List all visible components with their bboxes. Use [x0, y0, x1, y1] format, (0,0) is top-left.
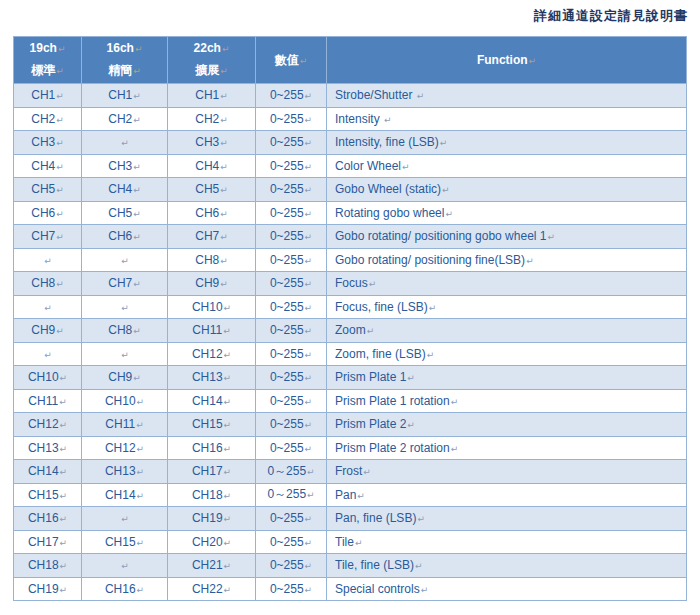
return-mark-icon: ↵: [305, 303, 313, 313]
table-row: CH15↵CH14↵CH18↵0～255↵Pan↵: [14, 483, 687, 507]
return-mark-icon: ↵: [440, 138, 448, 148]
header-line: 擴展↵: [168, 60, 255, 82]
return-mark-icon: ↵: [56, 185, 64, 195]
cell-text: CH14: [105, 488, 136, 502]
cell-value: 0~255↵: [256, 248, 327, 272]
return-mark-icon: ↵: [369, 279, 377, 289]
cell-text: 0~255: [270, 253, 304, 267]
return-mark-icon: ↵: [305, 397, 313, 407]
cell-function: Pan↵: [327, 483, 687, 507]
cell-text: 0~255: [270, 206, 304, 220]
header-cell-22ch: 22ch↵ 擴展↵: [168, 37, 256, 84]
cell-text: CH20: [192, 535, 223, 549]
cell-ch16: CH15↵: [82, 530, 168, 554]
return-mark-icon: ↵: [526, 256, 534, 266]
return-mark-icon: ↵: [60, 585, 68, 595]
return-mark-icon: ↵: [305, 585, 313, 595]
cell-text: Pan, fine (LSB): [335, 511, 416, 525]
document-page: 詳細通道設定請見說明書 19ch↵ 標準↵ 16ch↵ 精簡↵ 22ch↵: [0, 0, 700, 615]
cell-text: 0~255: [270, 88, 304, 102]
cell-text: CH1: [108, 88, 132, 102]
cell-ch22: CH7↵: [168, 225, 256, 249]
cell-text: CH11: [105, 417, 135, 431]
doc-note: 詳細通道設定請見說明書: [534, 7, 688, 25]
cell-text: CH6: [195, 206, 219, 220]
cell-function: Pan, fine (LSB)↵: [327, 507, 687, 531]
cell-text: CH16: [192, 441, 223, 455]
return-mark-icon: ↵: [429, 303, 437, 313]
cell-text: CH18: [28, 558, 59, 572]
cell-text: 0～255: [267, 487, 306, 501]
cell-ch16: CH10↵: [82, 389, 168, 413]
cell-text: CH2: [31, 112, 55, 126]
cell-ch16: CH4↵: [82, 178, 168, 202]
cell-value: 0~255↵: [256, 507, 327, 531]
cell-text: CH15: [192, 417, 223, 431]
return-mark-icon: ↵: [224, 373, 232, 383]
cell-ch19: ↵: [14, 295, 82, 319]
cell-ch16: CH8↵: [82, 319, 168, 343]
cell-ch19: CH2↵: [14, 107, 82, 131]
return-mark-icon: ↵: [305, 138, 313, 148]
cell-text: Strobe/Shutter: [335, 88, 416, 102]
cell-value: 0~255↵: [256, 366, 327, 390]
cell-text: CH10: [192, 300, 223, 314]
cell-text: CH15: [105, 535, 136, 549]
return-mark-icon: ↵: [60, 373, 68, 383]
return-mark-icon: ↵: [121, 514, 129, 524]
cell-text: CH13: [105, 464, 136, 478]
return-mark-icon: ↵: [133, 91, 141, 101]
cell-text: CH13: [28, 441, 59, 455]
return-mark-icon: ↵: [305, 279, 313, 289]
cell-text: CH19: [28, 582, 59, 596]
cell-function: Zoom, fine (LSB)↵: [327, 342, 687, 366]
cell-text: 0~255: [270, 511, 304, 525]
cell-ch22: CH19↵: [168, 507, 256, 531]
cell-text: CH13: [192, 370, 223, 384]
return-mark-icon: ↵: [367, 326, 375, 336]
cell-value: 0~255↵: [256, 107, 327, 131]
return-mark-icon: ↵: [357, 491, 365, 501]
return-mark-icon: ↵: [305, 91, 313, 101]
cell-function: Prism Plate 1↵: [327, 366, 687, 390]
cell-ch19: CH15↵: [14, 483, 82, 507]
return-mark-icon: ↵: [417, 514, 425, 524]
cell-text: CH2: [195, 112, 219, 126]
cell-value: 0~255↵: [256, 413, 327, 437]
cell-text: CH5: [195, 182, 219, 196]
table-row: CH16↵↵CH19↵0~255↵Pan, fine (LSB)↵: [14, 507, 687, 531]
cell-text: Color Wheel: [335, 159, 401, 173]
cell-function: Tile↵: [327, 530, 687, 554]
header-line: 精簡↵: [82, 60, 167, 82]
cell-text: 0~255: [270, 370, 304, 384]
return-mark-icon: ↵: [222, 44, 230, 54]
return-mark-icon: ↵: [220, 232, 228, 242]
cell-text: 0~255: [270, 582, 304, 596]
return-mark-icon: ↵: [137, 585, 145, 595]
cell-text: 0～255: [267, 464, 306, 478]
table-row: ↵↵CH12↵0~255↵Zoom, fine (LSB)↵: [14, 342, 687, 366]
table-body: CH1↵CH1↵CH1↵0~255↵Strobe/Shutter ↵CH2↵CH…: [14, 84, 687, 601]
cell-text: Tile, fine (LSB): [335, 558, 414, 572]
return-mark-icon: ↵: [56, 138, 64, 148]
cell-ch16: CH3↵: [82, 154, 168, 178]
cell-text: CH11: [192, 323, 222, 337]
cell-ch22: CH15↵: [168, 413, 256, 437]
cell-ch22: CH17↵: [168, 460, 256, 484]
return-mark-icon: ↵: [355, 538, 363, 548]
return-mark-icon: ↵: [220, 91, 228, 101]
return-mark-icon: ↵: [137, 397, 145, 407]
cell-value: 0~255↵: [256, 178, 327, 202]
cell-ch19: CH18↵: [14, 554, 82, 578]
table-row: CH10↵CH9↵CH13↵0~255↵Prism Plate 1↵: [14, 366, 687, 390]
return-mark-icon: ↵: [363, 467, 371, 477]
return-mark-icon: ↵: [224, 444, 232, 454]
return-mark-icon: ↵: [121, 350, 129, 360]
cell-text: Prism Plate 2 rotation: [335, 441, 450, 455]
return-mark-icon: ↵: [56, 115, 64, 125]
return-mark-icon: ↵: [305, 538, 313, 548]
cell-ch22: CH13↵: [168, 366, 256, 390]
return-mark-icon: ↵: [220, 209, 228, 219]
cell-text: CH17: [28, 535, 59, 549]
cell-ch16: ↵: [82, 295, 168, 319]
